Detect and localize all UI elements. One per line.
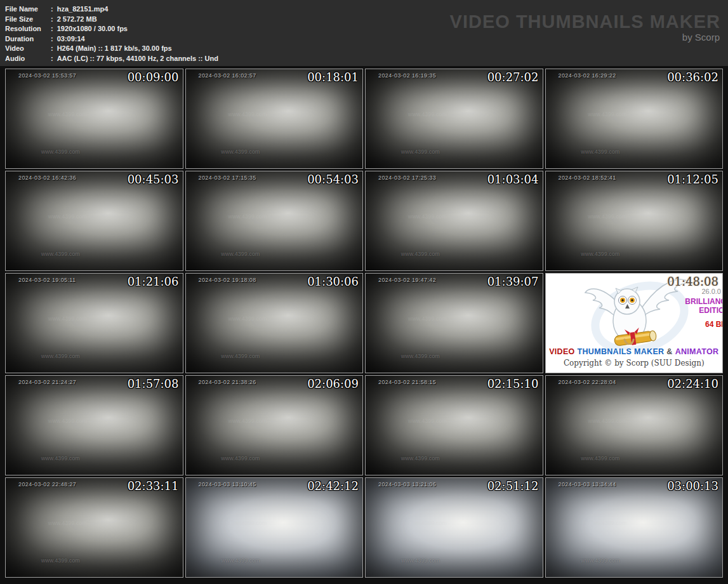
file-info-header: File Name:hza_82151.mp4File Size:2 572.7… [0,0,728,66]
metadata-value: AAC (LC) :: 77 kbps, 44100 Hz, 2 channel… [57,55,218,62]
video-timecode: 01:57:08 [128,377,179,390]
camera-timestamp: 2024-03-02 18:52:41 [559,175,616,181]
scene-watermark: www.4399.com [581,557,619,564]
bits-label: 64 BIT [705,320,723,329]
scene-watermark: www.4399.com [401,557,440,564]
video-thumbnail: 2024-03-02 16:02:57 00:18:01 www.4399.co… [185,69,364,169]
video-timecode: 02:06:09 [307,377,359,390]
camera-timestamp: 2024-03-02 17:25:33 [378,175,436,181]
video-thumbnail: 2024-03-02 22:48:27 02:33:11 www.4399.co… [5,477,183,578]
app-title-part: ANIMATOR [675,347,719,356]
metadata-colon: : [51,15,53,25]
metadata-value: hza_82151.mp4 [57,5,109,13]
video-timecode: 02:33:11 [128,479,179,493]
video-thumbnail: 2024-03-02 16:19:35 00:27:02 www.4399.co… [365,69,543,169]
file-metadata-row: Duration:03:09:14 [5,34,728,44]
metadata-value: 1920x1080 / 30.00 fps [57,25,128,32]
scene-watermark: www.4399.com [48,111,87,117]
metadata-label: Video [5,44,51,54]
camera-timestamp: 2024-03-02 16:29:22 [559,72,616,79]
video-thumbnail: 2024-03-02 22:28:04 02:24:10 www.4399.co… [545,375,724,475]
scene-watermark: www.4399.com [221,455,260,461]
scene-watermark: www.4399.com [221,353,260,359]
file-metadata-row: Audio:AAC (LC) :: 77 kbps, 44100 Hz, 2 c… [5,54,728,64]
scene-watermark: www.4399.com [41,353,80,359]
video-thumbnail: 2024-03-02 16:29:22 00:36:02 www.4399.co… [545,69,724,169]
scene-watermark: www.4399.com [48,418,87,424]
video-thumbnail: 2024-03-02 21:24:27 01:57:08 www.4399.co… [5,375,183,475]
video-thumbnail: 2024-03-02 19:05:11 01:21:06 www.4399.co… [5,273,183,373]
scene-watermark: www.4399.com [228,111,267,117]
app-title-part: VIDEO [549,347,574,356]
video-thumbnail: 2024-03-03 13:10:45 02:42:12 www.4399.co… [185,477,364,578]
camera-timestamp: 2024-03-02 22:28:04 [559,379,616,385]
scene-watermark: www.4399.com [581,251,619,257]
video-timecode: 01:30:06 [307,275,359,288]
scene-watermark: www.4399.com [48,213,87,220]
metadata-value: 2 572.72 MB [57,15,97,23]
copyright-text: Copyright © by Scorp (SUU Design) [546,359,723,368]
camera-timestamp: 2024-03-02 19:05:11 [18,277,76,283]
camera-timestamp: 2024-03-02 15:53:57 [18,72,76,79]
scene-watermark: www.4399.com [48,520,87,526]
scene-watermark: www.4399.com [401,455,440,461]
metadata-label: Duration [5,34,51,44]
camera-timestamp: 2024-03-02 17:15:35 [199,175,256,181]
scene-watermark: www.4399.com [48,315,87,322]
scene-watermark: www.4399.com [408,520,447,526]
camera-timestamp: 2024-03-03 13:21:06 [378,481,436,488]
video-timecode: 02:15:10 [487,377,539,390]
video-timecode: 03:00:13 [667,479,718,493]
video-thumbnail: 2024-03-02 17:25:33 01:03:04 www.4399.co… [365,171,543,271]
scene-watermark: www.4399.com [588,213,626,220]
app-watermark-subtitle: by Scorp [682,32,720,43]
scene-watermark: www.4399.com [581,149,619,155]
video-thumbnail: 2024-03-03 13:21:06 02:51:12 www.4399.co… [365,477,543,578]
app-title-part: & [666,347,672,356]
video-thumbnail: 2024-03-02 16:42:36 00:45:03 www.4399.co… [5,171,183,271]
video-thumbnail: 2024-03-02 21:58:15 02:15:10 www.4399.co… [365,375,543,475]
video-timecode: 02:51:12 [487,479,539,493]
scene-watermark: www.4399.com [588,520,626,526]
scene-watermark: www.4399.com [408,418,447,424]
scene-watermark: www.4399.com [221,251,260,257]
metadata-colon: : [51,24,53,34]
video-timecode: 01:12:05 [667,173,718,186]
scene-watermark: www.4399.com [401,353,440,359]
metadata-colon: : [51,34,53,44]
metadata-value: 03:09:14 [57,35,85,43]
video-timecode: 00:27:02 [487,70,539,84]
metadata-label: Audio [5,54,51,64]
scene-watermark: www.4399.com [401,149,440,155]
scene-watermark: www.4399.com [228,315,267,322]
file-metadata-row: Video:H264 (Main) :: 1 817 kb/s, 30.00 f… [5,44,728,54]
scene-watermark: www.4399.com [41,251,80,257]
camera-timestamp: 2024-03-02 19:18:08 [199,277,256,283]
scene-watermark: www.4399.com [588,418,626,424]
video-thumbnail: 2024-03-02 19:47:42 01:39:07 www.4399.co… [365,273,543,373]
scene-watermark: www.4399.com [408,315,447,322]
video-timecode: 02:42:12 [307,479,359,493]
edition-label: EDITION [699,306,723,315]
scene-watermark: www.4399.com [408,213,447,220]
app-title-part: THUMBNAILS MAKER [578,347,665,356]
camera-timestamp: 2024-03-02 16:02:57 [199,72,256,79]
video-thumbnail: 2024-03-02 17:15:35 00:54:03 www.4399.co… [185,171,364,271]
video-timecode: 01:21:06 [128,275,179,288]
video-timecode: 01:39:07 [487,275,539,288]
metadata-colon: : [51,4,53,15]
edition-label: BRILLIANCE [685,297,723,306]
video-thumbnail: 2024-03-02 15:53:57 00:09:00 www.4399.co… [5,69,183,169]
metadata-colon: : [51,54,53,64]
scene-watermark: www.4399.com [221,557,260,564]
camera-timestamp: 2024-03-02 16:19:35 [378,72,436,79]
video-thumbnail: 2024-03-02 19:18:08 01:30:06 www.4399.co… [185,273,364,373]
scene-watermark: www.4399.com [588,111,626,117]
scene-watermark: www.4399.com [581,455,619,461]
scene-watermark: www.4399.com [41,149,80,155]
metadata-colon: : [51,44,53,54]
video-timecode: 01:48:08 [667,275,718,288]
camera-timestamp: 2024-03-02 16:42:36 [18,175,76,181]
app-version: 26.0.0 [701,288,721,295]
video-timecode: 00:45:03 [128,173,179,186]
